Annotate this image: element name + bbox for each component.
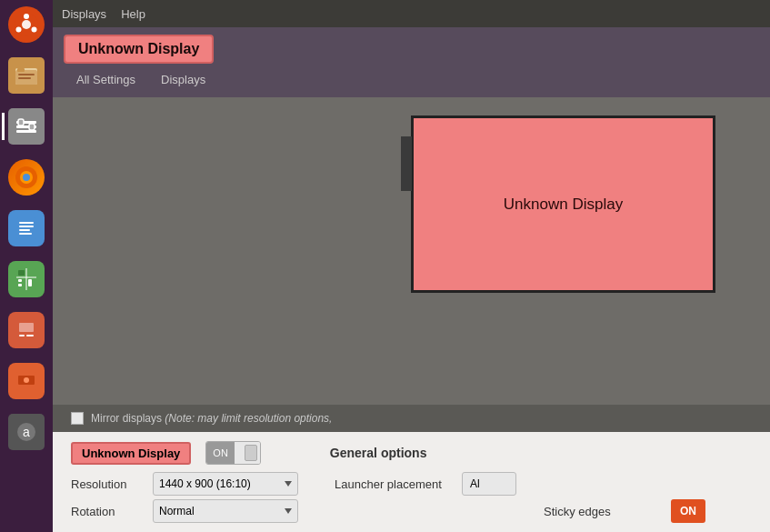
options-row2: Resolution 1440 x 900 (16:10) Launcher p… [71, 472, 752, 496]
mirror-checkbox[interactable] [71, 412, 84, 425]
svg-point-3 [32, 27, 37, 33]
launcher-placement-label: Launcher placement [335, 477, 462, 491]
svg-rect-29 [28, 279, 32, 286]
settings-icon [8, 108, 45, 145]
svg-rect-20 [19, 226, 34, 227]
sidebar: a [0, 0, 53, 532]
svg-point-36 [24, 377, 29, 383]
svg-rect-26 [18, 270, 25, 276]
content: Unknown Display Mirror displays (Note: m… [53, 97, 770, 532]
svg-rect-27 [18, 279, 22, 282]
launcher-placement-value[interactable]: Al [462, 472, 516, 496]
sidebar-item-extra[interactable]: a [2, 407, 51, 457]
sidebar-item-calc[interactable] [2, 255, 51, 304]
svg-point-2 [24, 14, 29, 19]
sidebar-item-ubuntu[interactable] [2, 0, 51, 49]
mirror-text: Mirror displays (Note: may limit resolut… [91, 412, 332, 425]
header-tabs: All Settings Displays [64, 69, 759, 90]
display-preview: Unknown Display [53, 97, 770, 405]
resolution-value: 1440 x 900 (16:10) [159, 477, 279, 490]
header-title-bar: Unknown Display [64, 35, 759, 64]
svg-rect-14 [29, 124, 35, 130]
menu-help[interactable]: Help [121, 7, 145, 21]
svg-text:a: a [23, 425, 30, 439]
svg-rect-13 [18, 119, 24, 125]
sidebar-item-firefox[interactable] [2, 153, 51, 202]
display-monitor[interactable]: Unknown Display [411, 115, 715, 293]
display-badge: Unknown Display [71, 442, 191, 465]
menu-displays[interactable]: Displays [62, 7, 106, 21]
svg-rect-31 [19, 323, 34, 332]
general-options-label: General options [330, 446, 427, 460]
rotation-dropdown-arrow [285, 508, 292, 514]
impress-icon [8, 312, 45, 348]
sidebar-item-software[interactable] [2, 356, 51, 406]
sticky-edges-label: Sticky edges [544, 505, 671, 518]
main-area: Displays Help Unknown Display All Settin… [53, 0, 770, 532]
svg-rect-32 [19, 335, 25, 336]
files-icon [8, 57, 45, 94]
ubuntu-icon [8, 6, 45, 43]
svg-rect-21 [19, 229, 30, 231]
rotation-select[interactable]: Normal [153, 499, 298, 523]
svg-rect-33 [26, 335, 34, 336]
header: Unknown Display All Settings Displays [53, 27, 770, 97]
rotation-label: Rotation [71, 505, 153, 518]
svg-rect-18 [16, 217, 36, 239]
svg-rect-9 [18, 77, 31, 79]
resolution-label: Resolution [71, 477, 153, 491]
svg-rect-8 [18, 74, 35, 75]
writer-icon [8, 210, 45, 246]
svg-rect-28 [18, 284, 22, 286]
rotation-value: Normal [159, 505, 279, 517]
svg-rect-7 [17, 68, 25, 72]
monitor-label: Unknown Display [504, 196, 623, 214]
toggle-knob [245, 445, 257, 461]
extra-icon: a [8, 414, 45, 450]
sticky-edges-value[interactable]: ON [671, 499, 705, 523]
resolution-select[interactable]: 1440 x 900 (16:10) [153, 472, 298, 496]
sidebar-item-impress[interactable] [2, 306, 51, 355]
header-title: Unknown Display [64, 35, 214, 64]
options-row3: Rotation Normal Sticky edges ON [71, 499, 752, 523]
svg-point-4 [16, 27, 22, 33]
software-icon [8, 363, 45, 399]
svg-rect-22 [19, 233, 32, 235]
toggle-slider[interactable] [235, 442, 260, 464]
sidebar-item-settings[interactable] [2, 102, 51, 151]
svg-point-17 [23, 174, 30, 181]
topbar-menu: Displays Help [62, 7, 145, 21]
mirror-row: Mirror displays (Note: may limit resolut… [53, 405, 770, 432]
svg-rect-19 [19, 222, 34, 224]
options-area: Unknown Display ON General options Resol… [53, 432, 770, 532]
firefox-icon [8, 159, 45, 196]
sidebar-item-files[interactable] [2, 51, 51, 100]
toggle-button[interactable]: ON [205, 441, 261, 465]
options-row1: Unknown Display ON General options [71, 441, 752, 465]
svg-point-1 [22, 20, 31, 29]
tab-all-settings[interactable]: All Settings [64, 69, 148, 90]
sidebar-item-writer[interactable] [2, 204, 51, 253]
topbar: Displays Help [53, 0, 770, 27]
tab-displays[interactable]: Displays [148, 69, 218, 90]
resolution-dropdown-arrow [285, 481, 292, 487]
calc-icon [8, 261, 45, 297]
toggle-on-label: ON [206, 442, 235, 464]
